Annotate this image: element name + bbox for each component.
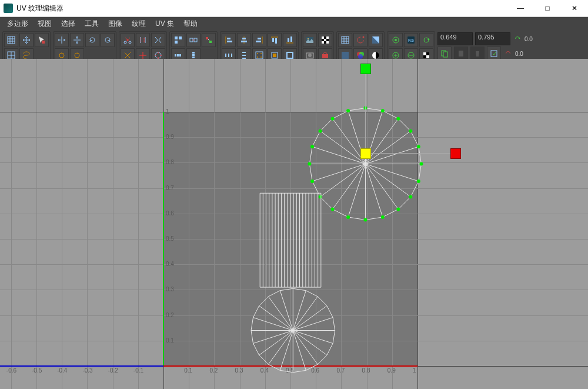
svg-line-106 [419,147,422,164]
grid-x-label: 0.1 [184,367,192,374]
lattice-tool-icon[interactable] [4,33,18,47]
psd-icon[interactable]: PSD [404,33,418,47]
grid-x-label: 0.5 [286,367,294,374]
svg-rect-21 [175,54,176,56]
image-icon[interactable] [303,33,317,47]
rot-cw-icon[interactable] [101,33,115,47]
svg-point-81 [358,54,363,59]
svg-rect-94 [443,52,447,57]
grid-x-label: -0.1 [133,367,143,374]
flip-h-icon[interactable] [55,33,69,47]
u-axis [0,365,163,367]
flip-v-icon[interactable] [70,33,84,47]
checker-icon[interactable] [318,33,332,47]
grid-y-label: 0.2 [166,312,174,318]
svg-rect-41 [290,36,292,42]
match-icon[interactable] [202,33,216,47]
svg-rect-29 [227,41,232,42]
u-axis-pos [163,365,417,367]
svg-point-69 [308,54,312,57]
svg-line-108 [419,164,422,181]
grid-x-label: -0.2 [108,367,118,374]
zero2-label: 0.0 [515,51,523,57]
svg-point-10 [75,53,79,58]
close-button[interactable]: ✕ [561,0,588,16]
grid-y-label: 0.9 [166,134,174,140]
grid-y-label: 0.5 [166,235,174,242]
layout-icon[interactable] [171,33,185,47]
rot-ccw-icon[interactable] [85,33,99,47]
svg-text:PSD: PSD [408,39,415,42]
v-value[interactable]: 0.795 [475,32,510,45]
pixel-snap-icon[interactable] [353,33,368,47]
manip-y-handle[interactable] [360,64,371,74]
align-right-icon[interactable] [252,33,266,47]
sew-icon[interactable] [136,33,150,47]
align-left-icon[interactable] [222,33,236,47]
grid-y-label: 0.3 [166,286,174,292]
grid-y-label: 0.4 [166,261,174,267]
isolate-icon[interactable] [389,33,403,47]
uv-canvas[interactable]: -0.6-0.5-0.4-0.3-0.2-0.10.10.20.30.40.50… [0,59,588,389]
svg-point-76 [363,36,365,38]
svg-rect-17 [190,38,193,42]
v-axis-neg [163,239,164,366]
v-axis [163,112,164,239]
svg-rect-14 [175,36,178,39]
svg-rect-56 [288,53,292,58]
grid-x-label: -0.3 [82,367,92,374]
grid-x-label: 0.7 [336,367,345,374]
manip-y-axis[interactable] [365,65,366,153]
svg-point-52 [260,56,262,58]
svg-rect-67 [326,41,329,44]
window-titlebar: UV 纹理编辑器 — □ ✕ [0,0,588,17]
svg-point-49 [257,53,258,54]
split-icon[interactable] [151,33,165,47]
menu-help[interactable]: 帮助 [179,18,202,30]
svg-rect-31 [242,38,246,39]
manip-x-handle[interactable] [450,148,461,159]
menu-bar: 多边形 视图 选择 工具 图像 纹理 UV 集 帮助 [0,17,588,30]
align-bottom-icon[interactable] [283,33,297,47]
svg-rect-23 [179,54,181,56]
svg-line-98 [365,108,382,111]
menu-polygon[interactable]: 多边形 [2,18,33,30]
u-value[interactable]: 0.649 [437,32,473,45]
svg-rect-40 [288,38,289,42]
cursor-tool-icon[interactable] [35,33,49,47]
grid-x-label: -0.4 [57,367,67,374]
svg-rect-78 [342,52,349,59]
align-center-icon[interactable] [237,33,251,47]
manip-center-handle[interactable] [360,148,371,159]
menu-uvset[interactable]: UV 集 [151,18,179,30]
svg-point-51 [257,56,258,58]
svg-rect-19 [206,37,208,39]
maximize-button[interactable]: □ [534,0,561,16]
svg-line-176 [293,370,306,372]
align-top-icon[interactable] [268,33,282,47]
window-title: UV 纹理编辑器 [16,4,507,14]
svg-rect-34 [258,38,261,39]
manip-x-axis[interactable] [365,153,459,154]
menu-image[interactable]: 图像 [103,18,127,30]
move-tool-icon[interactable] [19,33,34,47]
snap-together-icon[interactable] [186,33,201,47]
svg-rect-16 [175,41,178,44]
grid-y-label: 1 [166,108,169,115]
zero-label: 0.0 [524,36,533,42]
grid-toggle-icon[interactable] [338,33,352,47]
grid-y-label: 0.6 [166,210,174,217]
menu-tools[interactable]: 工具 [80,18,103,30]
cut-icon[interactable] [121,33,135,47]
refresh-coord-icon[interactable] [513,34,522,44]
minimize-button[interactable]: — [507,0,534,16]
svg-point-58 [308,38,309,39]
refresh-icon[interactable] [419,33,433,47]
svg-rect-32 [241,41,247,42]
menu-texture[interactable]: 纹理 [127,18,151,30]
svg-rect-63 [324,39,326,41]
menu-select[interactable]: 选择 [56,18,80,30]
shade-icon[interactable] [369,33,383,47]
refresh2-icon[interactable] [503,49,513,58]
menu-view[interactable]: 视图 [33,18,56,30]
